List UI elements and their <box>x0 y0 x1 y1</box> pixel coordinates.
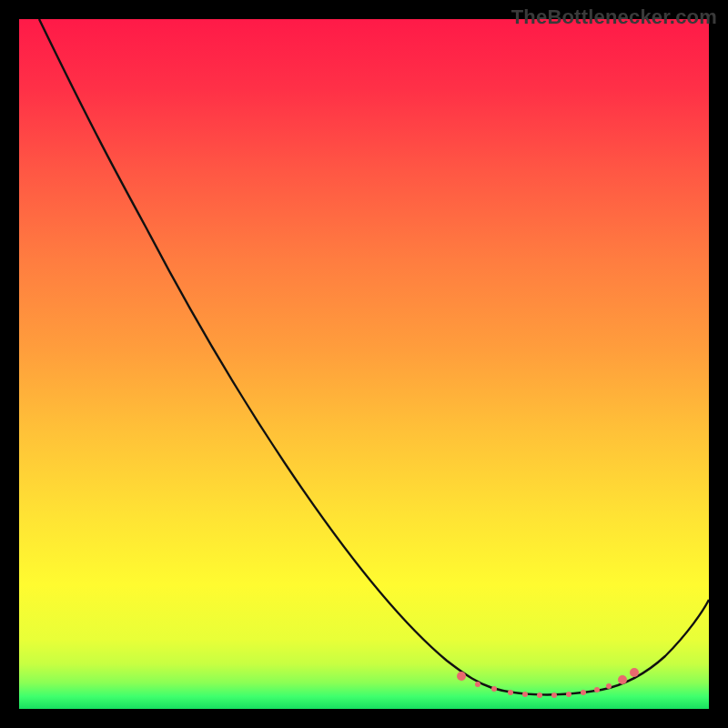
marker-dot <box>606 683 612 689</box>
marker-dot <box>537 693 542 698</box>
marker-dot <box>457 672 466 681</box>
chart-stage: TheBottlenecker.com <box>0 0 728 728</box>
marker-dot <box>594 687 600 693</box>
marker-dot <box>630 668 639 677</box>
plot-area <box>19 19 709 709</box>
marker-dot <box>522 692 528 697</box>
plot-svg <box>19 19 709 709</box>
marker-dot <box>475 682 480 687</box>
gradient-rect <box>19 19 709 709</box>
marker-dot <box>491 686 497 692</box>
watermark-text: TheBottlenecker.com <box>511 5 717 29</box>
marker-dot <box>581 690 586 695</box>
marker-dot <box>551 693 557 698</box>
marker-dot <box>618 675 627 684</box>
marker-dot <box>508 690 513 695</box>
marker-dot <box>566 692 571 697</box>
